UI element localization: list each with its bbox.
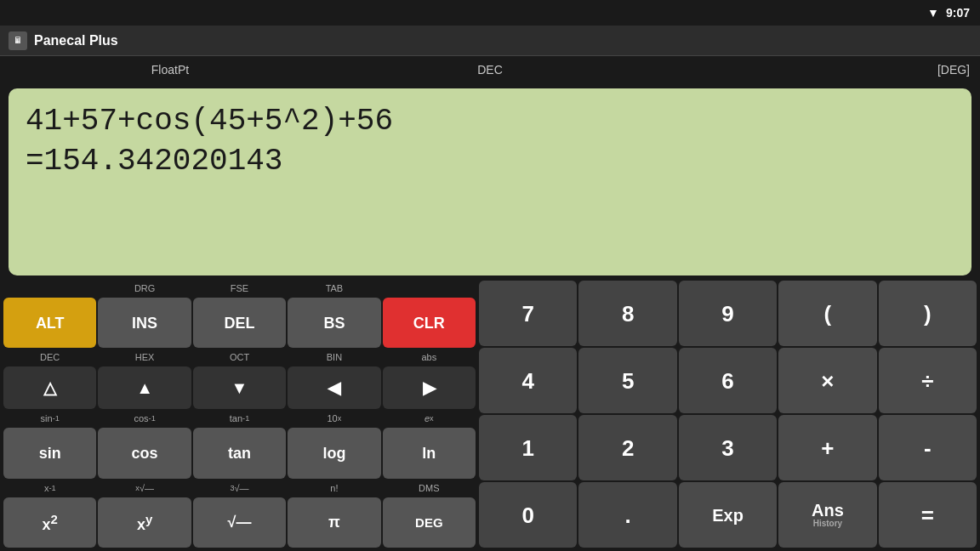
- history-sublabel: History: [813, 519, 842, 528]
- app-icon: 🖩: [9, 31, 27, 50]
- dms-label: DMS: [383, 480, 476, 496]
- 0-btn[interactable]: 0: [479, 482, 577, 548]
- x-inv-label: x-1: [3, 480, 96, 496]
- row0-labels: DRG FSE TAB: [3, 281, 476, 296]
- x2-btn[interactable]: x2: [3, 497, 96, 548]
- bs-btn[interactable]: BS: [288, 298, 380, 348]
- 6-btn[interactable]: 6: [679, 348, 777, 413]
- time-display: 9:07: [946, 6, 970, 20]
- 2-btn[interactable]: 2: [578, 415, 676, 480]
- 9-btn[interactable]: 9: [679, 281, 777, 346]
- calculator-area: DRG FSE TAB ALT INS DEL BS CLR DE: [0, 281, 980, 551]
- numpad-row1: 4 5 6 × ÷: [479, 348, 977, 413]
- title-bar: 🖩 Panecal Plus: [0, 26, 980, 56]
- hex-label: HEX: [98, 349, 191, 365]
- row3-buttons: x2 xy √— π DEG: [3, 497, 476, 548]
- tan-inv-label: tan-1: [193, 411, 286, 426]
- alt-btn[interactable]: ALT: [3, 298, 96, 348]
- right-numpad: 7 8 9 ( ) 4 5 6 × ÷ 1 2 3 + - 0 . Exp: [479, 281, 977, 548]
- dot-btn[interactable]: .: [578, 482, 676, 548]
- sin-inv-label: sin-1: [3, 411, 96, 426]
- exp-btn[interactable]: Exp: [679, 482, 777, 548]
- sqrt-btn[interactable]: √—: [193, 497, 286, 548]
- divide-btn[interactable]: ÷: [879, 348, 977, 413]
- ins-btn[interactable]: INS: [98, 298, 191, 348]
- info-bar: FloatPt DEC [DEG]: [0, 56, 980, 83]
- xroot-label: x√—: [98, 480, 191, 496]
- float-mode: FloatPt: [10, 63, 330, 77]
- numpad-row3: 0 . Exp Ans History =: [479, 482, 977, 548]
- sin-btn[interactable]: sin: [3, 428, 96, 478]
- rparen-btn[interactable]: ): [879, 281, 977, 346]
- plus-btn[interactable]: +: [778, 415, 876, 480]
- row3-labels: x-1 x√— 3√— n! DMS: [3, 480, 476, 496]
- ln-btn[interactable]: ln: [383, 428, 476, 478]
- factorial-label: n!: [288, 480, 380, 496]
- status-bar: ▼ 9:07: [0, 0, 980, 26]
- 8-btn[interactable]: 8: [578, 281, 676, 346]
- row2-buttons: sin cos tan log ln: [3, 428, 476, 478]
- left-btn[interactable]: ◀: [288, 366, 380, 409]
- minus-btn[interactable]: -: [879, 415, 977, 480]
- display-expression: 41+57+cos(45+5^2)+56: [26, 102, 954, 142]
- row1-buttons: △ ▲ ▼ ◀ ▶: [3, 366, 476, 409]
- bs-label: TAB: [288, 281, 380, 296]
- ex-label: ex: [383, 411, 476, 426]
- right-btn[interactable]: ▶: [383, 366, 476, 409]
- numpad-row0: 7 8 9 ( ): [479, 281, 977, 346]
- 10x-label: 10x: [288, 411, 380, 426]
- numpad-row2: 1 2 3 + -: [479, 415, 977, 480]
- num-base-mode: DEC: [330, 63, 650, 77]
- oct-label: OCT: [193, 349, 286, 365]
- ans-btn[interactable]: Ans History: [778, 482, 876, 548]
- 3root-label: 3√—: [193, 480, 286, 496]
- left-keypad: DRG FSE TAB ALT INS DEL BS CLR DE: [3, 281, 476, 548]
- abs-label: abs: [383, 349, 476, 365]
- app-title: Panecal Plus: [34, 33, 118, 48]
- cos-inv-label: cos-1: [98, 411, 191, 426]
- wifi-icon: ▼: [927, 6, 939, 20]
- row2-labels: sin-1 cos-1 tan-1 10x ex: [3, 411, 476, 426]
- calculator-display: 41+57+cos(45+5^2)+56 =154.342020143: [9, 88, 971, 276]
- tan-btn[interactable]: tan: [193, 428, 286, 478]
- dec-label: DEC: [3, 349, 96, 365]
- del-label: FSE: [193, 281, 286, 296]
- del-btn[interactable]: DEL: [193, 298, 286, 348]
- 5-btn[interactable]: 5: [578, 348, 676, 413]
- up-outline-btn[interactable]: △: [3, 366, 96, 409]
- deg-btn[interactable]: DEG: [383, 497, 476, 548]
- up-filled-btn[interactable]: ▲: [98, 366, 191, 409]
- 1-btn[interactable]: 1: [479, 415, 577, 480]
- xy-btn[interactable]: xy: [98, 497, 191, 548]
- equals-btn[interactable]: =: [879, 482, 977, 548]
- 7-btn[interactable]: 7: [479, 281, 577, 346]
- log-btn[interactable]: log: [288, 428, 380, 478]
- multiply-btn[interactable]: ×: [778, 348, 876, 413]
- clr-btn[interactable]: CLR: [383, 298, 476, 348]
- ins-label: DRG: [98, 281, 191, 296]
- angle-mode: [DEG]: [650, 63, 970, 77]
- cos-btn[interactable]: cos: [98, 428, 191, 478]
- display-result: =154.342020143: [26, 142, 954, 182]
- row0-buttons: ALT INS DEL BS CLR: [3, 298, 476, 348]
- pi-btn[interactable]: π: [288, 497, 380, 548]
- lparen-btn[interactable]: (: [778, 281, 876, 346]
- bin-label: BIN: [288, 349, 380, 365]
- 4-btn[interactable]: 4: [479, 348, 577, 413]
- down-btn[interactable]: ▼: [193, 366, 286, 409]
- 3-btn[interactable]: 3: [679, 415, 777, 480]
- row1-labels: DEC HEX OCT BIN abs: [3, 349, 476, 365]
